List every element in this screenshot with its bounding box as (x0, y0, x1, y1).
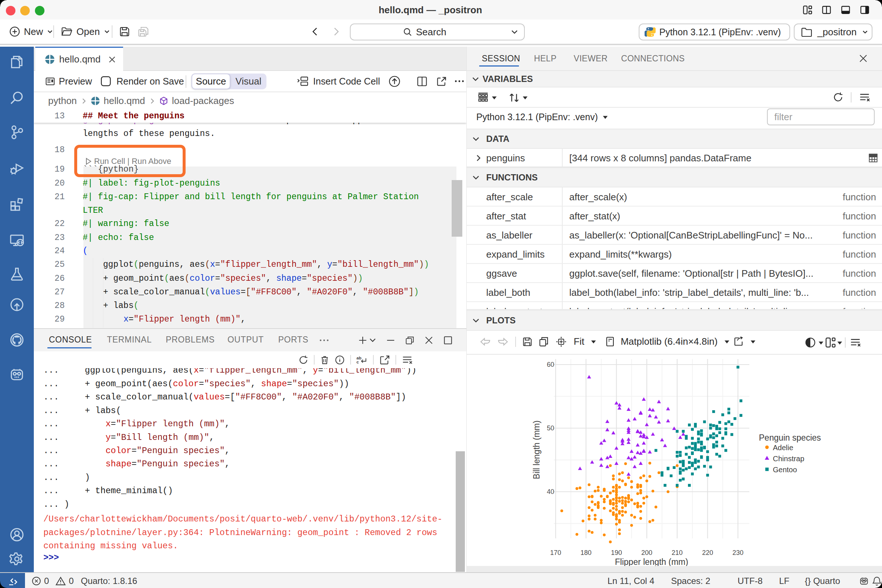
svg-text:Chinstrap: Chinstrap (773, 454, 804, 463)
svg-text:230: 230 (732, 549, 744, 556)
svg-text:ab: ab (357, 356, 361, 360)
svg-text:180: 180 (580, 549, 592, 556)
svg-text:Penguin species: Penguin species (759, 433, 821, 442)
svg-text:200: 200 (641, 549, 652, 556)
svg-text:210: 210 (672, 549, 683, 556)
svg-text:220: 220 (702, 549, 713, 556)
svg-text:Bill length (mm): Bill length (mm) (532, 420, 542, 479)
svg-text:Adelie: Adelie (773, 444, 794, 452)
svg-text:40: 40 (547, 488, 554, 495)
svg-text:60: 60 (547, 361, 554, 368)
svg-text:190: 190 (611, 549, 622, 556)
svg-text:c: c (357, 360, 359, 364)
svg-text:Flipper length (mm): Flipper length (mm) (615, 557, 688, 566)
svg-text:Gentoo: Gentoo (773, 466, 797, 474)
svg-text:50: 50 (547, 424, 554, 432)
svg-text:170: 170 (550, 549, 561, 556)
